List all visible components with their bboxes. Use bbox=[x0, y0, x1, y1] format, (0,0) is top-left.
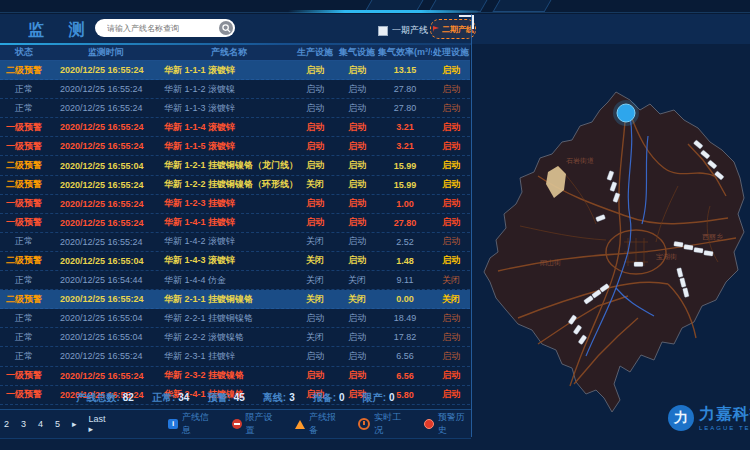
monitor-time: 2020/12/25 16:55:04 bbox=[48, 161, 164, 171]
legend-label: 产线报备 bbox=[309, 411, 342, 437]
legend-item-realtime[interactable]: 实时工况 bbox=[358, 411, 407, 437]
table-row[interactable]: 正常 2020/12/25 16:55:24 华新 1-1-2 滚镀镍 启动 启… bbox=[0, 80, 470, 99]
last-page-button[interactable]: Last ▸ bbox=[89, 414, 109, 434]
summary-stat: 限产:0 bbox=[363, 391, 395, 405]
gas-efficiency-value: 0.00 bbox=[378, 294, 432, 304]
column-header: 产线名称 bbox=[164, 46, 294, 59]
page-number[interactable]: 4 bbox=[38, 419, 43, 429]
status-badge: 二级预警 bbox=[0, 254, 48, 267]
table-row[interactable]: 二级预警 2020/12/25 16:55:04 华新 1-4-3 滚镀锌 关闭… bbox=[0, 252, 470, 271]
treatment-facility-status: 启动 bbox=[432, 254, 470, 267]
summary-stat: 离线:3 bbox=[263, 391, 295, 405]
treatment-facility-status: 启动 bbox=[432, 102, 470, 115]
treatment-facility-status: 启动 bbox=[432, 369, 470, 382]
table-row[interactable]: 一级预警 2020/12/25 16:55:24 华新 1-1-4 滚镀锌 启动… bbox=[0, 118, 470, 137]
line-name: 华新 1-4-4 仿金 bbox=[164, 274, 294, 287]
status-badge: 一级预警 bbox=[0, 140, 48, 153]
treatment-facility-status: 启动 bbox=[432, 331, 470, 344]
summary-stat: 报备:0 bbox=[313, 391, 345, 405]
page-number[interactable]: 3 bbox=[21, 419, 26, 429]
table-header-row: 状态监测时间产线名称生产设施集气设施集气效率(m³/s)处理设施 bbox=[0, 45, 470, 61]
checkbox-icon bbox=[378, 26, 388, 36]
phase1-checkbox[interactable]: 一期产线 bbox=[378, 24, 428, 37]
panel-divider bbox=[471, 14, 472, 437]
page-number[interactable]: 5 bbox=[55, 419, 60, 429]
logo-name: 力嘉科技 bbox=[699, 404, 750, 425]
gas-efficiency-value: 27.80 bbox=[378, 103, 432, 113]
treatment-facility-status: 启动 bbox=[432, 312, 470, 325]
gas-efficiency-value: 3.21 bbox=[378, 122, 432, 132]
page-number[interactable]: 2 bbox=[4, 419, 9, 429]
table-row[interactable]: 正常 2020/12/25 16:55:04 华新 2-2-1 挂镀铜镍铬 启动… bbox=[0, 309, 470, 328]
table-row[interactable]: 一级预警 2020/12/25 16:55:24 华新 1-4-1 挂镀锌 启动… bbox=[0, 214, 470, 233]
map-marker[interactable] bbox=[613, 100, 639, 126]
report-icon bbox=[295, 420, 305, 429]
table-row[interactable]: 正常 2020/12/25 16:55:24 华新 1-4-2 滚镀锌 关闭 启… bbox=[0, 233, 470, 252]
map-area-label: 石岩街道 bbox=[566, 156, 594, 166]
treatment-facility-status: 启动 bbox=[432, 140, 470, 153]
production-facility-status: 启动 bbox=[294, 64, 336, 77]
production-facility-status: 关闭 bbox=[294, 235, 336, 248]
monitor-time: 2020/12/25 16:55:24 bbox=[48, 180, 164, 190]
production-facility-status: 启动 bbox=[294, 197, 336, 210]
gas-collection-status: 启动 bbox=[336, 140, 378, 153]
production-facility-status: 关闭 bbox=[294, 331, 336, 344]
column-header: 处理设施 bbox=[432, 46, 470, 59]
status-badge: 一级预警 bbox=[0, 216, 48, 229]
gas-efficiency-value: 1.48 bbox=[378, 256, 432, 266]
table-row[interactable]: 二级预警 2020/12/25 16:55:24 华新 2-1-1 挂镀铜镍铬 … bbox=[0, 290, 470, 309]
gas-efficiency-value: 3.21 bbox=[378, 141, 432, 151]
legend-item-info[interactable]: 产线信息 bbox=[168, 411, 215, 437]
treatment-facility-status: 启动 bbox=[432, 197, 470, 210]
treatment-facility-status: 启动 bbox=[432, 350, 470, 363]
line-name: 华新 2-2-2 滚镀镍铬 bbox=[164, 331, 294, 344]
legend-item-report[interactable]: 产线报备 bbox=[295, 411, 342, 437]
column-header: 生产设施 bbox=[294, 46, 336, 59]
status-badge: 正常 bbox=[0, 350, 48, 363]
production-line-table: 状态监测时间产线名称生产设施集气设施集气效率(m³/s)处理设施 二级预警 20… bbox=[0, 45, 470, 405]
status-badge: 一级预警 bbox=[0, 121, 48, 134]
status-badge: 二级预警 bbox=[0, 178, 48, 191]
info-icon bbox=[168, 419, 178, 429]
search-input[interactable] bbox=[105, 23, 219, 34]
table-row[interactable]: 二级预警 2020/12/25 16:55:24 华新 1-1-1 滚镀锌 启动… bbox=[0, 61, 470, 80]
line-name: 华新 1-4-2 滚镀锌 bbox=[164, 235, 294, 248]
gas-collection-status: 启动 bbox=[336, 159, 378, 172]
map-area-label: 阳山街 bbox=[540, 258, 561, 268]
search-button[interactable] bbox=[219, 21, 233, 35]
line-name: 华新 1-4-1 挂镀锌 bbox=[164, 216, 294, 229]
monitor-time: 2020/12/25 16:55:24 bbox=[48, 371, 164, 381]
gas-efficiency-value: 17.82 bbox=[378, 332, 432, 342]
status-badge: 一级预警 bbox=[0, 197, 48, 210]
gas-collection-status: 启动 bbox=[336, 121, 378, 134]
line-name: 华新 1-1-2 滚镀镍 bbox=[164, 83, 294, 96]
line-name: 华新 2-2-1 挂镀铜镍铬 bbox=[164, 312, 294, 325]
line-name: 华新 1-4-3 滚镀锌 bbox=[164, 254, 294, 267]
monitor-time: 2020/12/25 16:54:44 bbox=[48, 275, 164, 285]
table-row[interactable]: 正常 2020/12/25 16:55:04 华新 2-2-2 滚镀镍铬 关闭 … bbox=[0, 328, 470, 347]
table-row[interactable]: 一级预警 2020/12/25 16:55:24 华新 1-2-3 挂镀锌 启动… bbox=[0, 195, 470, 214]
status-badge: 二级预警 bbox=[0, 293, 48, 306]
treatment-facility-status: 启动 bbox=[432, 178, 470, 191]
monitor-time: 2020/12/25 16:55:24 bbox=[48, 294, 164, 304]
treatment-facility-status: 启动 bbox=[432, 121, 470, 134]
flag-icon bbox=[432, 25, 440, 33]
legend-item-history[interactable]: 预警历史 bbox=[424, 411, 471, 437]
next-page-button[interactable]: ▸ bbox=[72, 419, 77, 429]
table-row[interactable]: 一级预警 2020/12/25 16:55:24 华新 2-3-2 挂镀镍铬 启… bbox=[0, 367, 470, 386]
table-row[interactable]: 正常 2020/12/25 16:55:24 华新 2-3-1 挂镀锌 启动 启… bbox=[0, 347, 470, 366]
table-row[interactable]: 一级预警 2020/12/25 16:55:24 华新 1-1-5 滚镀锌 启动… bbox=[0, 137, 470, 156]
table-row[interactable]: 二级预警 2020/12/25 16:55:04 华新 1-2-1 挂镀铜镍铬（… bbox=[0, 156, 470, 175]
table-row[interactable]: 二级预警 2020/12/25 16:55:24 华新 1-2-2 挂镀铜镍铬（… bbox=[0, 176, 470, 195]
monitor-time: 2020/12/25 16:55:24 bbox=[48, 218, 164, 228]
line-name: 华新 1-2-3 挂镀锌 bbox=[164, 197, 294, 210]
treatment-facility-status: 关闭 bbox=[432, 293, 470, 306]
production-facility-status: 启动 bbox=[294, 140, 336, 153]
table-row[interactable]: 正常 2020/12/25 16:54:44 华新 1-4-4 仿金 关闭 关闭… bbox=[0, 271, 470, 290]
table-row[interactable]: 正常 2020/12/25 16:55:24 华新 1-1-3 滚镀锌 启动 启… bbox=[0, 99, 470, 118]
legend-item-restrict[interactable]: 限产设置 bbox=[232, 411, 279, 437]
production-facility-status: 关闭 bbox=[294, 178, 336, 191]
column-header: 集气设施 bbox=[336, 46, 378, 59]
production-facility-status: 关闭 bbox=[294, 254, 336, 267]
summary-stat: 预警:45 bbox=[207, 391, 244, 405]
